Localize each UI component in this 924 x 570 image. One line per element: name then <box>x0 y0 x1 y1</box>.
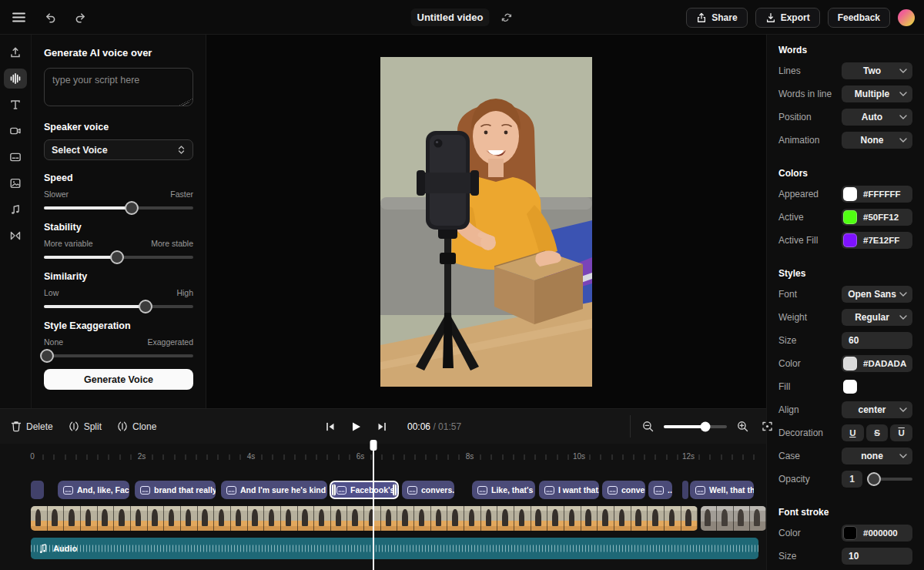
fit-view-icon <box>762 421 773 432</box>
clip-actions: Delete Split Clone <box>11 409 156 444</box>
skip-back-button[interactable] <box>322 418 339 435</box>
animation-dropdown[interactable]: None <box>842 132 912 149</box>
rail-item-upload[interactable] <box>4 42 27 62</box>
caption-clip[interactable]: And, like, Faceb... <box>58 481 129 499</box>
audio-clip[interactable]: Audio <box>31 538 758 559</box>
appeared-color-picker[interactable]: #FFFFFF <box>842 186 912 203</box>
text-color-picker[interactable]: #DADADA <box>842 355 912 372</box>
play-button[interactable] <box>348 418 364 435</box>
caption-clip[interactable]: Like, that's m... <box>472 481 535 499</box>
caption-clip[interactable] <box>31 481 44 499</box>
share-button[interactable]: Share <box>686 8 747 28</box>
strikethrough-button[interactable]: S <box>866 424 889 441</box>
caption-clip[interactable]: Well, that th... <box>690 481 754 499</box>
speed-label: Speed <box>44 173 193 183</box>
split-button[interactable]: Split <box>69 421 102 432</box>
speed-slider[interactable] <box>44 206 193 210</box>
ruler-tick <box>710 454 711 460</box>
style-exaggeration-slider[interactable] <box>44 354 193 357</box>
film-thumbnail <box>497 506 514 531</box>
voice-select[interactable]: Select Voice <box>44 139 193 160</box>
film-thumbnail <box>64 506 81 531</box>
rail-item-text[interactable] <box>4 95 27 115</box>
feedback-button[interactable]: Feedback <box>828 8 890 28</box>
redo-button[interactable] <box>72 9 90 26</box>
script-input[interactable] <box>44 68 193 106</box>
size-input[interactable]: 60 <box>842 332 912 349</box>
zoom-out-button[interactable] <box>639 417 657 435</box>
caption-clip[interactable]: And I'm sure he's kind of L... <box>221 481 327 499</box>
overline-button[interactable]: U <box>890 424 912 441</box>
caption-clip[interactable]: Facebook's n... <box>330 481 399 499</box>
skip-forward-button[interactable] <box>373 418 390 435</box>
caption-clip[interactable] <box>682 481 688 499</box>
film-thumbnail <box>31 506 48 531</box>
zoom-in-button[interactable] <box>734 417 752 435</box>
ruler-tick <box>306 454 306 460</box>
video-preview[interactable] <box>380 57 592 387</box>
timeline: Delete Split Clone <box>0 408 766 570</box>
ruler-tick <box>119 454 120 460</box>
undo-button[interactable] <box>41 9 59 26</box>
rail-item-music[interactable] <box>4 200 27 220</box>
rail-item-transitions[interactable] <box>4 226 27 246</box>
case-dropdown[interactable]: none <box>842 448 912 464</box>
caption-clip[interactable]: brand that really fi... <box>135 481 216 499</box>
caption-clip[interactable]: ... <box>648 481 672 499</box>
clone-button[interactable]: Clone <box>117 421 156 432</box>
rail-item-image[interactable] <box>4 173 27 193</box>
stroke-size-input[interactable]: 10 <box>842 548 912 565</box>
delete-label: Delete <box>26 421 53 432</box>
align-row: Align center <box>767 398 924 421</box>
align-dropdown[interactable]: center <box>842 401 912 418</box>
stroke-color-picker[interactable]: #000000 <box>842 525 912 542</box>
fit-timeline-button[interactable] <box>758 417 776 435</box>
menu-button[interactable] <box>9 9 28 25</box>
weight-dropdown[interactable]: Regular <box>842 309 912 326</box>
film-thumbnail <box>464 506 481 531</box>
avatar[interactable] <box>898 9 915 26</box>
font-dropdown[interactable]: Open Sans <box>842 286 912 303</box>
video-clip[interactable] <box>701 506 766 531</box>
active-fill-color-picker[interactable]: #7E12FF <box>842 232 912 249</box>
underline-button[interactable]: U <box>842 424 864 441</box>
rail-item-video[interactable] <box>4 121 27 141</box>
ruler-tick <box>262 454 263 460</box>
caption-clip[interactable]: conver... <box>602 481 645 499</box>
export-button[interactable]: Export <box>755 8 820 28</box>
timeline-zoom-slider[interactable] <box>664 425 727 428</box>
lines-dropdown[interactable]: Two <box>842 62 912 79</box>
clone-label: Clone <box>132 421 156 432</box>
caption-text: And I'm sure he's kind of L... <box>240 485 327 495</box>
position-label: Position <box>778 112 812 122</box>
generate-voice-button[interactable]: Generate Voice <box>44 369 193 390</box>
rail-item-voice[interactable] <box>4 69 27 89</box>
similarity-label: Similarity <box>44 271 193 282</box>
opacity-input[interactable]: 1 <box>842 471 862 488</box>
project-title[interactable]: Untitled video <box>411 8 490 26</box>
ruler-tick <box>634 454 634 460</box>
stability-slider[interactable] <box>44 256 193 259</box>
delete-button[interactable]: Delete <box>11 421 53 432</box>
font-row: Font Open Sans <box>767 283 924 306</box>
video-clip[interactable] <box>31 506 698 531</box>
lines-row: Lines Two <box>767 59 924 82</box>
active-color-picker[interactable]: #50FF12 <box>842 209 912 226</box>
playhead[interactable] <box>373 440 374 570</box>
ruler-tick <box>65 454 65 460</box>
words-in-line-dropdown[interactable]: Multiple <box>842 86 912 102</box>
clip-left-handle[interactable] <box>332 484 336 496</box>
timeline-toolbar: Delete Split Clone <box>0 409 766 444</box>
skip-forward-icon <box>377 421 387 432</box>
caption-clip[interactable]: convers... <box>402 481 454 499</box>
timeline-ruler[interactable]: 02s4s6s8s10s12s <box>0 444 766 474</box>
ruler-tick <box>403 454 404 460</box>
opacity-slider[interactable] <box>869 478 912 481</box>
fill-color-picker[interactable] <box>842 378 912 395</box>
position-dropdown[interactable]: Auto <box>842 109 912 126</box>
zoom-controls <box>639 409 776 444</box>
rail-item-captions[interactable] <box>4 147 27 167</box>
similarity-slider[interactable] <box>44 305 193 308</box>
clip-right-handle[interactable] <box>393 484 397 496</box>
caption-clip[interactable]: I want that... <box>539 481 599 499</box>
